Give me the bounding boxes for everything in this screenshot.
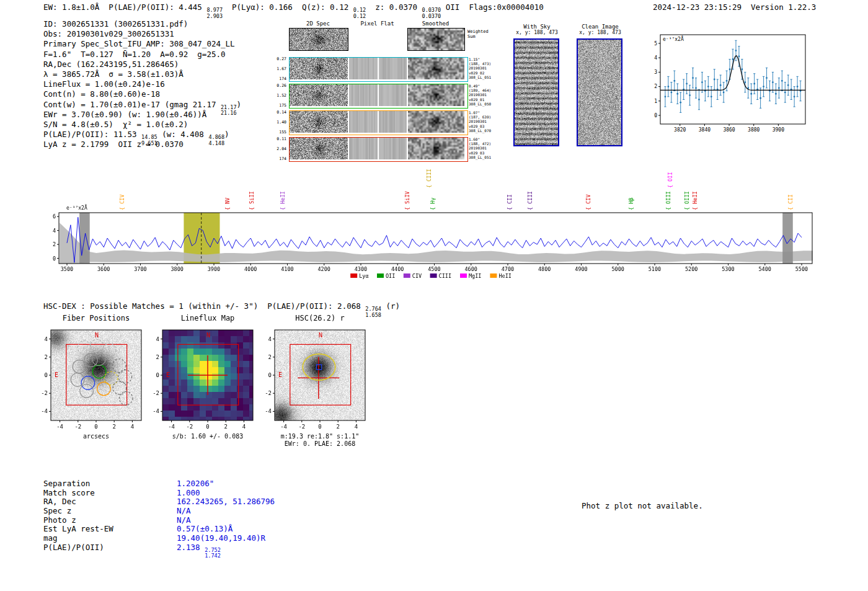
match-row: Est LyA rest-EW0.57(±0.13)Å [43,524,428,533]
compass-north: N [95,332,99,339]
line-fit-chart: 01234538203840386038803900e⁻¹⁷x2Å [642,30,812,135]
line-label-heii: { HeII [280,191,286,210]
svg-text:0: 0 [53,256,56,262]
svg-text:2: 2 [112,424,115,430]
row-pixelflat-image [349,111,407,133]
svg-text:3600: 3600 [97,266,110,272]
match-row-value: 162.243265, 51.286796 [177,497,275,506]
fiber-circle [92,365,106,378]
svg-text:0: 0 [206,424,209,430]
svg-text:0: 0 [268,372,272,378]
fiber-circle [92,352,106,366]
match-row-label: Match score [43,488,177,497]
row-2dspec-image [290,58,348,79]
svg-text:3900: 3900 [773,127,784,133]
svg-text:-2: -2 [265,390,272,396]
svg-text:4100: 4100 [281,266,293,272]
lineflux-map-xlabel: s/b: 1.60 +/- 0.083 [162,433,253,440]
photz-note: Phot z plot not available. [582,501,703,510]
info-cont-w: Cont(w) = 1.70(±0.01)e-17 (gmag 21.17 21… [43,100,241,110]
svg-text:-4: -4 [56,424,63,430]
line-label-ciii: { CIII [527,191,533,210]
timestamp-version: 2024-12-23 23:15:29 Version 1.22.3 [653,2,816,12]
match-value-range: 2.7521.742 [205,548,221,559]
spec2d-block: 2D Spec Pixel Flat Smoothed WeightedSum0… [273,20,507,163]
fiber-positions-xlabel: arcsecs [51,433,141,440]
svg-text:CIII: CIII [439,273,451,279]
spec2d-row-annotation: 1.07"(187, 639)20190301v029_03308_LL_070 [469,110,507,133]
info-id: ID: 3002651331 (3002651331.pdf) [43,19,241,29]
svg-text:3820: 3820 [674,127,686,133]
weighted-sum-label: WeightedSum [467,29,489,39]
fiber-positions-title: Fiber Positions [51,314,141,322]
match-row: Spec zN/A [43,506,428,515]
svg-text:2: 2 [654,84,657,89]
extraction-box [66,344,127,405]
svg-text:-2: -2 [298,424,305,430]
line-label-hβ: { Hβ [628,198,634,210]
match-row: P(LAE)/P(OII)2.138 2.7521.742 [43,543,428,552]
fiber-circle [104,371,118,385]
fiber-positions-panel: Fiber Positions -4-4-2-2002244NE arcsecs [35,314,159,453]
hsc-r-xlabel: m:19.3 re:1.8" s:1.1" [275,433,365,440]
row-2dspec-image [290,84,348,106]
svg-text:0: 0 [654,113,657,118]
spec2d-row-annotation: 1.15"(188, 473)20190301v029_02308_LL_051 [469,57,507,79]
plae-frac-2: 4.8684.148 [208,135,224,146]
row-smoothed-image [408,138,464,159]
line-label-heii: { HeII [692,191,698,210]
svg-text:e⁻¹⁷x2Å: e⁻¹⁷x2Å [663,35,684,42]
svg-text:OII: OII [386,273,395,279]
spec2d-row [289,110,468,135]
line-label-siiv: { SiIV [404,191,410,210]
svg-text:4: 4 [242,424,246,430]
info-radec: RA,Dec (162.243195,51.286465) [43,60,241,69]
info-sn-chi2: S/N = 4.8(±0.5) χ² = 1.0(±0.2) [43,120,241,130]
svg-text:3700: 3700 [134,266,146,272]
line-label-ciii: { CIII [426,169,432,188]
lineflux-map-panel: Lineflux Map -4-4-2-2002244NE s/b: 1.60 … [146,314,270,453]
svg-text:3: 3 [654,69,657,75]
svg-text:4900: 4900 [575,266,587,272]
svg-text:0: 0 [156,372,159,378]
plae-poii-frac: 8.9772.903 [206,7,223,19]
match-row-value: 1.20206" [177,479,214,488]
svg-text:Lyα: Lyα [359,273,368,279]
svg-text:-4: -4 [280,424,287,430]
row-2dspec-image [290,111,348,133]
legend-swatch-oii [377,273,384,278]
gmag-frac: 21.1721.16 [221,105,237,117]
source-ellipse [303,354,335,380]
svg-text:3860: 3860 [723,127,735,133]
svg-text:2: 2 [268,354,272,360]
match-row: Photo zN/A [43,515,428,525]
qz-frac: 0.120.12 [353,7,366,19]
spec2d-row-yvalues: 0.141.40155 [273,110,286,134]
svg-text:2: 2 [156,354,159,360]
svg-text:4: 4 [268,336,272,342]
match-row-value: 1.000 [177,488,200,497]
match-row-label: RA, Dec [43,497,177,506]
svg-text:-4: -4 [153,408,159,414]
info-seeing: F=1.6" T=0.127 N̄=1.20 A=0.92 g=25.0 [43,50,241,60]
catalog-position-box [317,365,322,370]
summary-ew: EW: 1.8±1.0Å P(LAE)/P(OII): 4.445 [43,2,206,12]
svg-text:2: 2 [53,241,56,247]
full-spectrum-chart: 0246350036003700380039004000410042004300… [53,158,815,282]
svg-text:5400: 5400 [759,266,771,272]
compass-east: E [55,371,58,378]
svg-text:4: 4 [131,424,134,430]
svg-text:0: 0 [94,424,97,430]
fiber-circle [91,339,104,353]
info-ifu-amp: Primary Spec_Slot_IFU_AMP: 308_047_024_L… [43,39,241,49]
line-label-oii: { OII [667,172,673,188]
line-label-oiii: { OIII [684,191,690,210]
svg-text:4: 4 [156,336,159,342]
hsc-r-xlabel2: EWr: 0. PLAE: 2.068 [275,440,365,447]
hsc-r-panel: HSC(26.2) r -4-4-2-2002244NE m:19.3 re:1… [259,314,383,453]
svg-text:2: 2 [224,424,227,430]
row-pixelflat-image [349,58,407,79]
legend-swatch-mgii [460,273,467,278]
svg-text:-2: -2 [153,390,159,396]
svg-text:3880: 3880 [748,127,760,133]
